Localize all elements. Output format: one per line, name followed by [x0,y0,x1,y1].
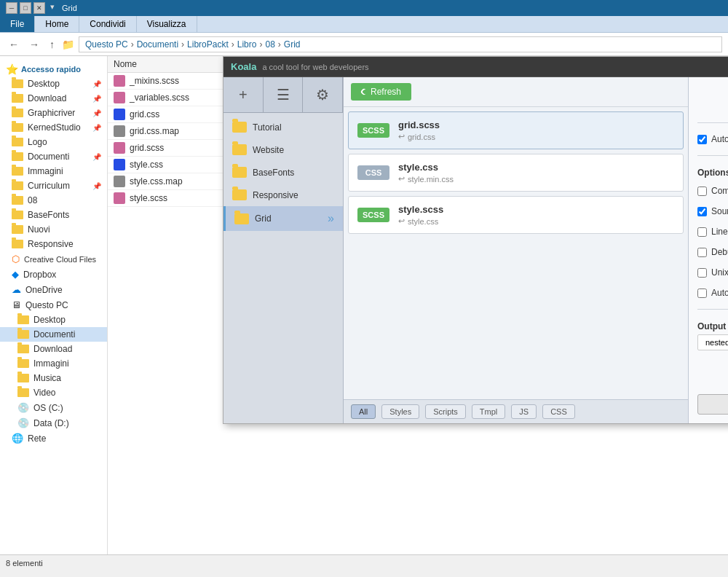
folder-icon [12,109,23,117]
sidebar-item-data-d[interactable]: 💿 Data (D:) [0,415,107,431]
unix-new-lines-row: Unix New Lines [697,267,728,278]
creative-cloud-icon: ⬡ [12,254,20,264]
path-libro[interactable]: Libro [237,39,257,50]
sidebar-item-video[interactable]: Video [0,385,107,400]
koala-project-grid[interactable]: Grid » [223,206,343,231]
sidebar-item-desktop2[interactable]: Desktop [0,313,107,327]
sidebar-item-nuovi[interactable]: Nuovi [0,222,107,237]
koala-refresh-button[interactable]: Refresh [351,83,411,101]
sidebar-item-graphicriver[interactable]: Graphicriver 📌 [0,106,107,120]
unix-new-lines-checkbox[interactable] [697,268,707,278]
output-style-select[interactable]: nested expanded compact compressed [697,334,728,350]
file-name: grid.css [130,109,159,119]
folder-icon [232,122,247,133]
sidebar-item-download[interactable]: Download 📌 [0,91,107,106]
sidebar-item-creative-cloud[interactable]: ⬡ Creative Cloud Files [0,251,107,267]
close-icon[interactable]: ✕ [33,2,45,14]
panel-divider [697,122,728,123]
ribbon-tab-visualizza[interactable]: Visualizza [137,16,197,32]
koala-tab-css[interactable]: CSS [542,404,575,419]
path-questo-pc[interactable]: Questo PC [85,39,128,50]
compile-button[interactable]: Compile [697,394,728,415]
sidebar-item-kernedstudio[interactable]: KernedStudio 📌 [0,120,107,135]
sidebar-item-download2[interactable]: Download [0,342,107,356]
panel-divider [697,309,728,310]
sidebar-item-responsive[interactable]: Responsive [0,237,107,251]
file-name: grid.scss [398,119,440,130]
koala-app-name: Koala [231,61,256,72]
koala-tab-tmpl[interactable]: Tmpl [472,404,505,419]
koala-file-style-css[interactable]: CSS style.css ↩ style.min.css [348,154,684,192]
source-map-label: Source Map [711,206,728,216]
quick-access-title: ⭐ Accesso rapido [0,59,107,76]
minimize-icon[interactable]: ─ [6,2,17,14]
sidebar-item-immagini2[interactable]: Immagini [0,356,107,371]
sidebar-item-os-c[interactable]: 💿 OS (C:) [0,400,107,415]
koala-project-tutorial[interactable]: Tutorial [223,116,343,138]
koala-project-basefonts[interactable]: BaseFonts [223,161,343,184]
up-button[interactable]: ↑ [47,37,58,52]
forward-button[interactable]: → [26,37,42,52]
path-libropackt[interactable]: LibroPackt [187,39,229,50]
file-name: style.css.map [130,176,183,187]
folder-icon [12,152,23,161]
sidebar-item-basefonts[interactable]: BaseFonts [0,208,107,222]
koala-file-style-scss[interactable]: SCSS style.scss ↩ style.css [348,196,684,234]
koala-file-grid-scss[interactable]: SCSS grid.scss ↩ grid.css [348,111,684,149]
path-grid[interactable]: Grid [284,39,301,50]
koala-add-button[interactable]: + [223,77,264,112]
sidebar-item-desktop[interactable]: Desktop 📌 [0,76,107,91]
compass-mode-checkbox[interactable] [697,187,707,196]
koala-project-responsive[interactable]: Responsive [223,184,343,206]
sidebar-item-rete[interactable]: 🌐 Rete [0,431,107,446]
back-button[interactable]: ← [6,37,22,52]
sidebar-item-documenti2[interactable]: Documenti [0,327,107,342]
source-map-checkbox[interactable] [697,207,707,216]
koala-list-button[interactable]: ☰ [264,77,304,112]
file-type-icon [114,159,125,170]
sidebar-item-curriculum[interactable]: Curriculum 📌 [0,178,107,193]
sidebar-item-dropbox[interactable]: ◆ Dropbox [0,267,107,282]
path-08[interactable]: 08 [265,39,274,50]
debug-info-checkbox[interactable] [697,248,707,257]
autoprefix-checkbox[interactable] [697,288,707,298]
line-comments-checkbox[interactable] [697,227,707,237]
sidebar-item-questo-pc[interactable]: 🖥 Questo PC [0,297,107,313]
sidebar-item-08[interactable]: 08 [0,193,107,208]
address-path[interactable]: Questo PC › Documenti › LibroPackt › Lib… [79,36,722,52]
auto-compile-checkbox[interactable] [697,135,707,144]
sidebar-item-musica[interactable]: Musica [0,371,107,385]
file-name: _variables.scss [130,93,189,103]
compass-mode-label: Compass Mode [711,186,728,196]
koala-tab-js[interactable]: JS [511,404,537,419]
koala-settings-button[interactable]: ⚙ [303,77,343,112]
file-name: style.scss [130,193,167,203]
koala-footer-tabs: All Styles Scripts Tmpl JS CSS [344,399,688,423]
folder-icon [234,213,249,224]
restore-icon[interactable]: □ [20,2,31,14]
folder-icon [12,211,23,219]
file-content-area: Nome Ultima modifica Tipo Dimensione _mi… [108,56,728,554]
file-name: style.scss [398,204,443,215]
sidebar-item-logo[interactable]: Logo [0,135,107,149]
koala-main-area: Refresh SCSS grid.scss ↩ grid.css [344,77,688,423]
sidebar-item-documenti[interactable]: Documenti 📌 [0,149,107,164]
koala-project-website[interactable]: Website [223,138,343,161]
drive-icon: 💿 [17,417,29,428]
path-documenti[interactable]: Documenti [137,39,178,50]
computer-icon: 🖥 [12,299,21,310]
file-type-icon [114,142,125,154]
ribbon-tab-condividi[interactable]: Condividi [79,16,136,32]
koala-files-list: SCSS grid.scss ↩ grid.css CSS [344,107,688,399]
koala-projects-list: Tutorial Website BaseFonts Responsi [223,113,343,423]
sidebar-item-immagini[interactable]: Immagini [0,164,107,178]
koala-body: + ☰ ⚙ Tutorial Website [223,77,728,423]
source-map-row: Source Map [697,206,728,216]
ribbon-tab-file[interactable]: File [0,16,35,32]
koala-tab-scripts[interactable]: Scripts [425,404,466,419]
ribbon-tab-home[interactable]: Home [35,16,79,32]
koala-sidebar: + ☰ ⚙ Tutorial Website [223,77,344,423]
sidebar-item-onedrive[interactable]: ☁ OneDrive [0,282,107,297]
koala-tab-styles[interactable]: Styles [381,404,419,419]
koala-tab-all[interactable]: All [351,404,376,419]
